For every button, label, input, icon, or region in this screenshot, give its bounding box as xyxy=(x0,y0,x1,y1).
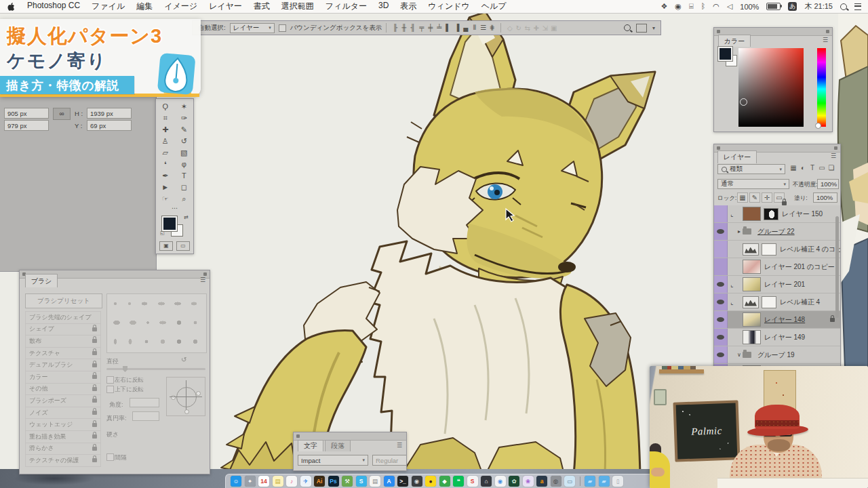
lock-option-button[interactable]: ▦ xyxy=(737,192,748,203)
tab-character[interactable]: 文字 xyxy=(298,440,323,451)
align-icon[interactable]: ╫ xyxy=(399,24,408,32)
brush-angle-widget[interactable] xyxy=(166,377,205,416)
layer-row[interactable]: ⌞ レベル補正 4 のコピー xyxy=(714,241,840,258)
brush-section-row[interactable]: ノイズ xyxy=(25,407,101,420)
layer-row[interactable]: ⌞ レイヤー 150 xyxy=(714,205,840,223)
layer-row[interactable]: ⌞ レイヤー 201 のコピー xyxy=(714,258,840,276)
layer-name[interactable]: レイヤー 148 xyxy=(761,315,805,325)
dock-amazon[interactable]: a xyxy=(536,476,547,487)
align-icon[interactable]: ╧ xyxy=(435,24,443,32)
visibility-toggle[interactable] xyxy=(714,346,728,363)
brush-tip-grid[interactable] xyxy=(106,293,207,353)
menu-item[interactable]: Photoshop CC xyxy=(27,1,80,12)
layer-filter-select[interactable]: 種類▾ xyxy=(717,164,785,174)
dock-spiral-app[interactable]: ◎ xyxy=(551,476,561,487)
visibility-toggle[interactable] xyxy=(714,276,728,293)
brush-section-row[interactable]: ウェットエッジ xyxy=(25,419,101,431)
volume-icon[interactable]: ◁ xyxy=(727,2,732,11)
layer-filter-icon[interactable]: T xyxy=(808,164,817,171)
blend-mode-select[interactable]: 通常▾ xyxy=(717,179,789,189)
align-icon[interactable]: ▄ xyxy=(461,24,470,32)
panel-menu-icon[interactable]: ☰ xyxy=(200,277,205,283)
screen-mode-button[interactable]: ▭ xyxy=(176,241,190,251)
more-tools-button[interactable]: ⋯ xyxy=(156,205,193,213)
layer-thumbnail[interactable] xyxy=(743,207,761,221)
layer-thumbnail[interactable] xyxy=(743,260,761,274)
brush-tool-icon[interactable]: ✎ xyxy=(175,124,194,136)
fill-select[interactable]: 100% xyxy=(813,192,837,203)
roundness-field[interactable] xyxy=(132,411,159,421)
dock-photos-dark[interactable]: ◉ xyxy=(412,476,422,487)
close-icon[interactable] xyxy=(717,30,720,33)
layer-name[interactable]: グループ 22 xyxy=(754,227,795,237)
path-select-tool-icon[interactable]: ► xyxy=(156,182,175,193)
dock-darkgreen-app[interactable]: ✿ xyxy=(509,476,519,487)
workspace-icon[interactable] xyxy=(636,24,647,33)
menu-item[interactable]: ウィンドウ xyxy=(428,1,469,12)
layer-name[interactable]: グループ 19 xyxy=(754,350,795,360)
layer-row[interactable]: ⌞ ▸ グループ 22 xyxy=(714,223,840,241)
brush-section-row[interactable]: テクスチャ xyxy=(25,348,101,360)
layer-row[interactable]: ⌞ レイヤー 148 xyxy=(714,311,840,329)
menu-item[interactable]: 表示 xyxy=(400,1,416,12)
layer-filter-icon[interactable]: ▭ xyxy=(817,164,827,171)
dock-music[interactable]: ♪ xyxy=(286,476,297,487)
pen-tool-icon[interactable]: ✒ xyxy=(156,170,175,182)
layer-name[interactable]: レイヤー 201 xyxy=(761,280,805,289)
menu-item[interactable]: ヘルプ xyxy=(481,1,507,12)
dock-finder[interactable]: ☺ xyxy=(231,476,241,487)
shape-tool-icon[interactable]: ◻ xyxy=(175,182,194,193)
quick-mask-button[interactable]: ▣ xyxy=(159,241,173,251)
font-family-select[interactable]: Impact▾ xyxy=(298,455,368,466)
align-icon[interactable]: ╤ xyxy=(417,24,426,32)
healing-brush-tool-icon[interactable]: ✚ xyxy=(156,124,175,136)
menu-item[interactable]: イメージ xyxy=(164,1,197,12)
brush-section-row[interactable]: 滑らかさ xyxy=(25,443,101,455)
dock-red-s-app[interactable]: S xyxy=(467,476,478,487)
crop-tool-icon[interactable]: ⌗ xyxy=(156,113,175,124)
hand-tool-icon[interactable]: ☞ xyxy=(156,193,175,205)
notification-center-icon[interactable] xyxy=(854,3,861,10)
quick-selection-tool-icon[interactable]: ✶ xyxy=(175,101,194,113)
layer-filter-icon[interactable]: ▦ xyxy=(789,164,798,171)
gradient-tool-icon[interactable]: ▧ xyxy=(175,147,194,159)
search-icon[interactable] xyxy=(624,24,631,31)
eyedropper-tool-icon[interactable]: ✑ xyxy=(175,113,194,124)
reset-icon[interactable]: ↺ xyxy=(181,356,186,363)
dropbox-icon[interactable]: ❖ xyxy=(660,2,667,11)
tab-brush[interactable]: ブラシ xyxy=(25,274,58,287)
menu-item[interactable]: 編集 xyxy=(136,1,153,12)
tab-layers[interactable]: レイヤー xyxy=(717,150,757,163)
brush-presets-button[interactable]: ブラシプリセット xyxy=(25,293,102,308)
dock-flower-app[interactable]: ❀ xyxy=(523,476,534,487)
dock-folder-2[interactable]: ▰ xyxy=(599,476,610,487)
tab-color[interactable]: カラー xyxy=(718,35,751,47)
panel-menu-icon[interactable]: ☰ xyxy=(397,442,402,449)
display-icon[interactable]: ⌸ xyxy=(689,2,694,11)
visibility-toggle[interactable] xyxy=(714,205,728,222)
disclosure-icon[interactable]: ▸ xyxy=(736,228,743,235)
layer-mask-thumbnail[interactable] xyxy=(762,296,776,308)
layer-row[interactable]: ⌞ レベル補正 4 xyxy=(714,293,840,311)
layer-row[interactable]: ⌞ レイヤー 149 xyxy=(714,329,840,346)
layer-filter-icon[interactable]: ❏ xyxy=(827,164,836,171)
input-method-badge[interactable]: あ xyxy=(788,2,797,11)
keyhole-icon[interactable]: ◉ xyxy=(675,2,682,11)
saturation-brightness-field[interactable] xyxy=(738,48,804,127)
y-field[interactable]: 69 px xyxy=(87,120,132,131)
dock-terminal[interactable]: >_ xyxy=(397,476,408,487)
mode-icon[interactable]: ⇲ xyxy=(540,24,549,32)
align-icon[interactable]: ⋕ xyxy=(488,24,496,32)
swap-colors-icon[interactable]: ⇄ xyxy=(184,214,189,220)
auto-select-dropdown[interactable]: レイヤー▾ xyxy=(230,23,275,33)
brush-section-row[interactable]: デュアルブラシ xyxy=(25,359,101,371)
lasso-tool-icon[interactable]: Ϙ xyxy=(156,101,175,113)
collapse-icon[interactable] xyxy=(826,30,829,33)
align-icon[interactable]: ▌ xyxy=(443,24,452,32)
dock-chrome[interactable]: ◉ xyxy=(495,476,506,487)
dock-home-app[interactable]: ⌂ xyxy=(481,476,492,487)
brush-section-row[interactable]: ブラシポーズ xyxy=(25,395,101,407)
layer-thumbnail[interactable] xyxy=(743,312,761,327)
disclosure-icon[interactable]: ∨ xyxy=(736,352,743,358)
dock-green-app[interactable]: ⚒ xyxy=(342,476,353,487)
